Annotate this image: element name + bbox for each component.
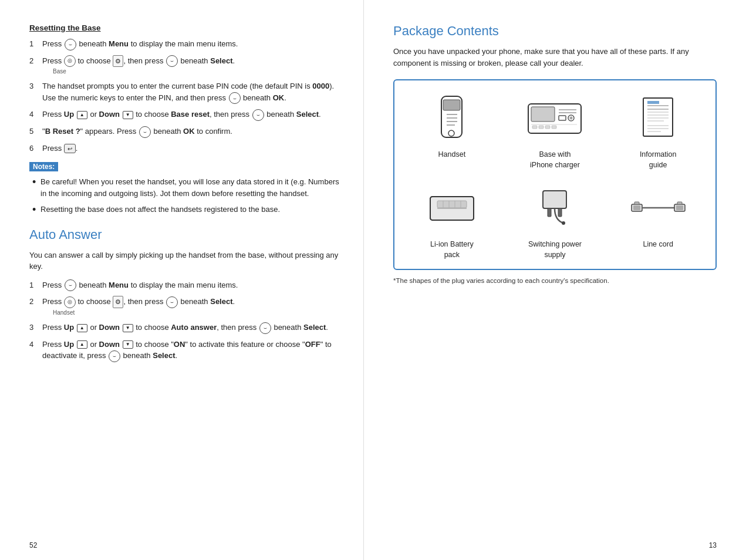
svg-rect-1 <box>443 100 460 110</box>
svg-rect-40 <box>548 208 551 217</box>
package-item-handset: Handset <box>403 92 501 170</box>
handset-label: Handset <box>53 308 340 317</box>
base-svg <box>525 98 584 139</box>
reset-step-5: 5 "B Reset ?" appears. Press ⌣ beneath O… <box>29 126 340 138</box>
svg-rect-41 <box>558 208 562 217</box>
package-item-battery: Li-ion Batterypack <box>403 182 501 260</box>
guide-label-text: Informationguide <box>640 150 677 170</box>
base-label: Base <box>53 67 340 76</box>
svg-rect-19 <box>552 126 556 129</box>
base-label-text: Base withiPhone charger <box>530 150 580 170</box>
svg-rect-39 <box>543 191 566 208</box>
page-num-right: 13 <box>709 541 717 549</box>
notes-label: Notes: <box>29 162 58 171</box>
svg-rect-17 <box>539 126 544 129</box>
svg-rect-48 <box>634 202 639 204</box>
guide-svg <box>637 95 679 142</box>
auto-step-1: 1 Press ⌣ beneath Menu to display the ma… <box>29 279 340 292</box>
ok-nav-btn2: ⌣ <box>139 126 151 138</box>
note-1: • Be careful! When you reset the handset… <box>32 176 340 199</box>
linecord-svg <box>630 194 686 223</box>
end-btn: ↩ <box>64 144 76 153</box>
auto-answer-title: Auto Answer <box>29 227 340 242</box>
reset-step-4: 4 Press Up ▲ or Down ▼ to choose Base re… <box>29 109 340 121</box>
section-auto-answer: Auto Answer You can answer a call by sim… <box>29 227 340 362</box>
svg-point-2 <box>448 130 454 136</box>
svg-point-42 <box>562 221 565 225</box>
aa-select-nav: ⌣ <box>166 296 178 308</box>
package-box: Handset <box>393 79 717 270</box>
ok-nav-btn: ⌣ <box>229 92 241 104</box>
svg-rect-30 <box>647 101 659 104</box>
auto-answer-steps: 1 Press ⌣ beneath Menu to display the ma… <box>29 279 340 362</box>
svg-rect-8 <box>531 107 555 122</box>
package-grid: Handset <box>403 92 707 260</box>
aa-down-btn2: ▼ <box>123 340 133 349</box>
aa-select-nav2: ⌣ <box>259 322 271 334</box>
battery-svg <box>426 188 478 229</box>
select-nav-btn2: ⌣ <box>252 109 264 121</box>
power-label-text: Switching powersupply <box>528 239 582 260</box>
aa-nav-circle: ◎ <box>64 296 76 308</box>
notes-section: Notes: • Be careful! When you reset the … <box>29 162 340 215</box>
package-title: Package Contents <box>393 23 717 39</box>
svg-rect-18 <box>545 126 550 129</box>
aa-down-btn: ▼ <box>123 324 133 332</box>
aa-menu-nav-btn: ⌣ <box>65 279 76 291</box>
package-item-base: Base withiPhone charger <box>507 92 604 170</box>
handset-label-text: Handset <box>438 150 466 160</box>
reset-step-6: 6 Press ↩. <box>29 143 340 154</box>
svg-rect-11 <box>559 116 566 120</box>
guide-image <box>629 92 687 145</box>
reset-step-1: 1 Press ⌣ beneath Menu to display the ma… <box>29 38 340 50</box>
note-2: • Resetting the base does not affect the… <box>32 204 340 215</box>
page-num-left: 52 <box>29 541 37 549</box>
notes-list: • Be careful! When you reset the handset… <box>29 176 340 215</box>
linecord-label-text: Line cord <box>643 239 673 250</box>
svg-rect-49 <box>677 202 682 204</box>
auto-answer-intro: You can answer a call by simply picking … <box>29 249 340 272</box>
auto-step-2: 2 Press ◎ to choose ⚙, then press ⌣ bene… <box>29 296 340 317</box>
package-item-power: Switching powersupply <box>507 182 604 260</box>
up-btn: ▲ <box>77 111 87 119</box>
auto-step-3: 3 Press Up ▲ or Down ▼ to choose Auto an… <box>29 322 340 334</box>
aa-up-btn2: ▲ <box>77 340 87 349</box>
down-btn: ▼ <box>123 111 133 119</box>
power-image <box>525 182 584 235</box>
auto-step-4: 4 Press Up ▲ or Down ▼ to choose "ON" to… <box>29 339 340 362</box>
linecord-image <box>629 182 687 235</box>
section-title-reset: Resetting the Base <box>29 23 340 32</box>
svg-rect-16 <box>532 126 537 129</box>
svg-rect-47 <box>676 205 683 210</box>
menu-nav-btn: ⌣ <box>65 39 76 50</box>
select-nav-btn: ⌣ <box>166 55 178 67</box>
aa-select-nav3: ⌣ <box>109 350 120 362</box>
package-intro: Once you have unpacked your phone, make … <box>393 46 717 69</box>
battery-image <box>423 182 481 235</box>
handset-image <box>423 92 481 145</box>
section-resetting-base: Resetting the Base 1 Press ⌣ beneath Men… <box>29 23 340 215</box>
nav-circle: ◎ <box>64 55 76 67</box>
base-image <box>525 92 584 145</box>
svg-rect-44 <box>633 205 640 210</box>
package-item-guide: Informationguide <box>609 92 707 170</box>
reset-steps: 1 Press ⌣ beneath Menu to display the ma… <box>29 38 340 154</box>
package-item-linecord: Line cord <box>609 182 707 260</box>
base-menu-icon: ⚙ <box>113 55 123 68</box>
power-svg <box>531 185 578 232</box>
battery-label-text: Li-ion Batterypack <box>430 239 474 260</box>
reset-step-2: 2 Press ◎ to choose ⚙ , then press ⌣ ben… <box>29 55 340 76</box>
aa-up-btn: ▲ <box>77 324 87 332</box>
handset-svg <box>433 95 471 142</box>
svg-rect-34 <box>437 201 467 208</box>
reset-step-3: 3 The handset prompts you to enter the c… <box>29 80 340 104</box>
package-footnote: *The shapes of the plug varies according… <box>393 277 717 284</box>
aa-settings-icon: ⚙ <box>113 296 123 308</box>
